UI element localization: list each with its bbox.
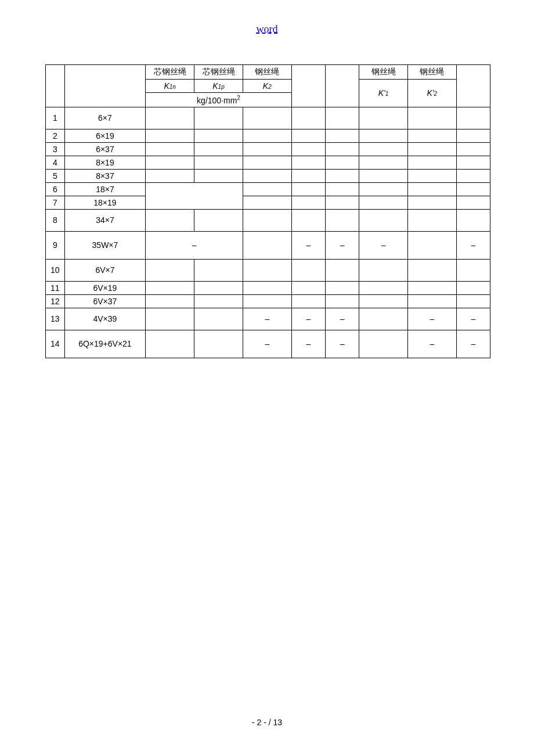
cell (456, 129, 490, 142)
cell (456, 107, 490, 129)
row-spec: 6×19 (64, 129, 146, 142)
cell (359, 308, 408, 330)
header-芯钢丝绳-1: 芯钢丝绳 (146, 65, 194, 80)
cell (194, 259, 243, 281)
cell: – (359, 231, 408, 259)
header-blank-num (46, 65, 65, 107)
row-spec: 4V×39 (64, 308, 146, 330)
cell (407, 129, 456, 142)
cell (325, 294, 359, 308)
cell (194, 107, 243, 129)
row-number: 8 (46, 209, 65, 231)
cell (146, 156, 194, 169)
header-blank-e1 (291, 65, 325, 107)
cell (456, 156, 490, 169)
cell (325, 169, 359, 182)
row-number: 7 (46, 196, 65, 209)
cell (146, 129, 194, 142)
cell (291, 281, 325, 294)
table-container: 芯钢丝绳 芯钢丝绳 钢丝绳 钢丝绳 钢丝绳 K1n K1p K2 K'1 K'2… (45, 64, 490, 358)
header-芯钢丝绳-2: 芯钢丝绳 (194, 65, 243, 80)
row-number: 9 (46, 231, 65, 259)
row-number: 6 (46, 182, 65, 196)
table-row: 58×37 (46, 169, 490, 182)
row-spec: 6×37 (64, 142, 146, 156)
cell (291, 209, 325, 231)
cell: – (325, 231, 359, 259)
cell (325, 156, 359, 169)
cell (407, 281, 456, 294)
cell (194, 129, 243, 142)
table-row: 935W×7––––– (46, 231, 490, 259)
cell (194, 169, 243, 182)
row-number: 13 (46, 308, 65, 330)
cell (325, 129, 359, 142)
cell (359, 209, 408, 231)
cell (194, 330, 243, 358)
cell (359, 281, 408, 294)
cell (325, 281, 359, 294)
cell (359, 330, 408, 358)
row-number: 4 (46, 156, 65, 169)
cell (243, 259, 291, 281)
row-spec: 8×37 (64, 169, 146, 182)
header-text: word (257, 23, 278, 35)
cell (325, 107, 359, 129)
cell (407, 156, 456, 169)
cell: – (291, 231, 325, 259)
cell (407, 142, 456, 156)
header-row-1: 芯钢丝绳 芯钢丝绳 钢丝绳 钢丝绳 钢丝绳 (46, 65, 490, 80)
cell (194, 294, 243, 308)
header-钢丝绳-1: 钢丝绳 (243, 65, 291, 80)
row-spec: 35W×7 (64, 231, 146, 259)
table-row: 106V×7 (46, 259, 490, 281)
cell (243, 156, 291, 169)
cell (407, 209, 456, 231)
cell (243, 142, 291, 156)
cell (325, 259, 359, 281)
header-blank-spec (64, 65, 146, 107)
cell (243, 231, 291, 259)
row-number: 5 (46, 169, 65, 182)
cell (146, 209, 194, 231)
cell (291, 169, 325, 182)
cell (325, 196, 359, 209)
cell (243, 169, 291, 182)
table-row: 146Q×19+6V×21––––– (46, 330, 490, 358)
row-spec: 6V×7 (64, 259, 146, 281)
table-row: 26×19 (46, 129, 490, 142)
cell (407, 107, 456, 129)
cell (146, 294, 194, 308)
table-row: 618×7 (46, 182, 490, 196)
cell (291, 156, 325, 169)
cell: – (456, 330, 490, 358)
table-row: 134V×39––––– (46, 308, 490, 330)
cell (456, 259, 490, 281)
header-钢丝绳-2: 钢丝绳 (359, 65, 408, 80)
cell: – (325, 330, 359, 358)
cell (291, 259, 325, 281)
cell (407, 196, 456, 209)
row-spec: 8×19 (64, 156, 146, 169)
document-header: word (0, 0, 534, 35)
cell (359, 107, 408, 129)
cell (146, 142, 194, 156)
cell: – (325, 308, 359, 330)
row-spec: 34×7 (64, 209, 146, 231)
cell (291, 142, 325, 156)
table-row: 16×7 (46, 107, 490, 129)
header-钢丝绳-3: 钢丝绳 (407, 65, 456, 80)
cell (194, 156, 243, 169)
header-k1p: K1p (194, 80, 243, 93)
table-row: 834×7 (46, 209, 490, 231)
cell (291, 182, 325, 196)
row-number: 12 (46, 294, 65, 308)
cell (146, 107, 194, 129)
cell (407, 169, 456, 182)
cell (291, 129, 325, 142)
table-row: 48×19 (46, 156, 490, 169)
cell (325, 142, 359, 156)
cell (456, 142, 490, 156)
cell (456, 182, 490, 196)
cell (359, 129, 408, 142)
